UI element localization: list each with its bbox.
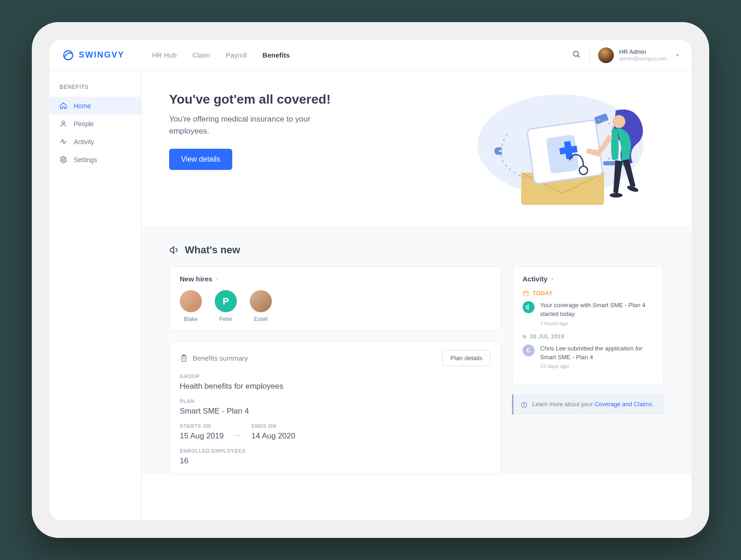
user-icon bbox=[59, 120, 67, 128]
sidebar-title: BENEFITS bbox=[49, 79, 141, 97]
plan-details-button[interactable]: Plan details bbox=[442, 350, 490, 366]
field-value: 14 Aug 2020 bbox=[251, 432, 295, 441]
chevron-right-icon: › bbox=[551, 275, 553, 282]
benefits-summary-card: Benefits summary Plan details GROUP Heal… bbox=[169, 341, 501, 474]
user-email: admin@swingvy.com bbox=[619, 56, 667, 62]
field-value: Health benefits for employees bbox=[180, 382, 490, 391]
coverage-claims-link[interactable]: Coverage and Claims bbox=[594, 401, 652, 408]
search-icon[interactable] bbox=[572, 50, 581, 61]
new-hires-card: New hires › Blake P bbox=[169, 266, 501, 331]
sidebar-item-label: Home bbox=[74, 102, 91, 110]
field-label: ENDS ON bbox=[251, 423, 295, 429]
calendar-icon bbox=[523, 290, 529, 297]
svg-point-23 bbox=[524, 404, 524, 404]
sidebar-item-home[interactable]: Home bbox=[49, 97, 141, 115]
brand-name: SWINGVY bbox=[79, 50, 124, 60]
chevron-down-icon: ▾ bbox=[676, 52, 679, 58]
hero-subtitle: You're offering medical insurance to you… bbox=[169, 113, 326, 137]
user-name: HR Admin bbox=[619, 48, 667, 56]
activity-date-today: TODAY bbox=[523, 290, 653, 297]
activity-item: Your coverage with Smart SME - Plan 4 st… bbox=[523, 301, 653, 326]
activity-icon bbox=[59, 138, 67, 146]
nav-item-payroll[interactable]: Payroll bbox=[226, 51, 247, 59]
sidebar-item-label: People bbox=[74, 120, 94, 128]
hero-title: You've got'em all covered! bbox=[169, 92, 330, 107]
sidebar-item-label: Settings bbox=[74, 156, 97, 163]
user-avatar bbox=[598, 47, 614, 63]
nav-item-hr-hub[interactable]: HR Hub bbox=[152, 51, 176, 59]
nav-item-benefits[interactable]: Benefits bbox=[263, 51, 290, 59]
main-content: You've got'em all covered! You're offeri… bbox=[141, 71, 692, 520]
svg-rect-17 bbox=[523, 292, 529, 296]
hero-illustration bbox=[466, 92, 664, 212]
hire-item[interactable]: P Peter bbox=[215, 290, 237, 322]
divider bbox=[589, 49, 590, 62]
svg-point-4 bbox=[62, 158, 64, 160]
activity-time: 7 hours ago bbox=[540, 321, 653, 326]
activity-header[interactable]: Activity › bbox=[523, 275, 653, 283]
svg-point-1 bbox=[573, 51, 578, 56]
hero: You've got'em all covered! You're offeri… bbox=[141, 71, 692, 226]
activity-text: Your coverage with Smart SME - Plan 4 st… bbox=[540, 301, 653, 319]
field-value: Smart SME - Plan 4 bbox=[180, 407, 490, 416]
info-icon bbox=[521, 402, 528, 408]
sidebar-item-label: Activity bbox=[74, 138, 94, 146]
chevron-right-icon: › bbox=[216, 275, 218, 282]
megaphone-icon bbox=[169, 245, 179, 255]
dot-icon bbox=[523, 335, 526, 338]
field-label: GROUP bbox=[180, 373, 490, 379]
field-value: 15 Aug 2019 bbox=[180, 432, 223, 441]
whats-new-title: What's new bbox=[169, 244, 664, 256]
new-hires-header[interactable]: New hires › bbox=[180, 275, 490, 283]
svg-point-13 bbox=[610, 193, 623, 198]
swingvy-logo-icon bbox=[62, 49, 74, 61]
nav-item-claim[interactable]: Claim bbox=[192, 51, 210, 59]
user-menu[interactable]: HR Admin admin@swingvy.com ▾ bbox=[598, 47, 679, 63]
field-label: ENROLLED EMPLOYEES bbox=[180, 448, 490, 454]
hire-item[interactable]: Estell bbox=[250, 290, 272, 322]
activity-time: 15 days ago bbox=[540, 363, 653, 369]
sidebar: BENEFITS Home People Activity Settings bbox=[49, 71, 141, 520]
avatar bbox=[250, 290, 272, 312]
info-box: Learn more about your Coverage and Claim… bbox=[512, 394, 664, 415]
home-icon bbox=[59, 102, 67, 110]
activity-item: C Chris Lee submitted the application fo… bbox=[523, 344, 653, 369]
brand-logo[interactable]: SWINGVY bbox=[62, 49, 124, 61]
hire-item[interactable]: Blake bbox=[180, 290, 202, 322]
activity-text: Chris Lee submitted the application for … bbox=[540, 344, 653, 362]
svg-point-0 bbox=[64, 51, 73, 60]
avatar: P bbox=[215, 290, 237, 312]
field-value: 16 bbox=[180, 456, 490, 466]
sidebar-item-activity[interactable]: Activity bbox=[49, 133, 141, 151]
svg-line-2 bbox=[577, 55, 579, 57]
field-label: PLAN bbox=[180, 398, 490, 404]
svg-point-12 bbox=[612, 115, 625, 128]
top-nav: HR Hub Claim Payroll Benefits bbox=[152, 51, 290, 59]
svg-point-3 bbox=[62, 121, 65, 124]
activity-date: 30 JUL 2019 bbox=[523, 333, 653, 340]
field-label: STARTS ON bbox=[180, 423, 223, 429]
activity-card: Activity › TODAY bbox=[512, 266, 664, 385]
clipboard-icon bbox=[180, 354, 188, 362]
activity-badge-icon bbox=[523, 301, 535, 313]
summary-title: Benefits summary bbox=[180, 354, 248, 362]
topbar: SWINGVY HR Hub Claim Payroll Benefits HR… bbox=[49, 40, 692, 71]
activity-avatar: C bbox=[523, 344, 535, 356]
sidebar-item-people[interactable]: People bbox=[49, 115, 141, 133]
gear-icon bbox=[59, 156, 67, 163]
sidebar-item-settings[interactable]: Settings bbox=[49, 151, 141, 169]
view-details-button[interactable]: View details bbox=[169, 149, 232, 170]
avatar bbox=[180, 290, 202, 312]
